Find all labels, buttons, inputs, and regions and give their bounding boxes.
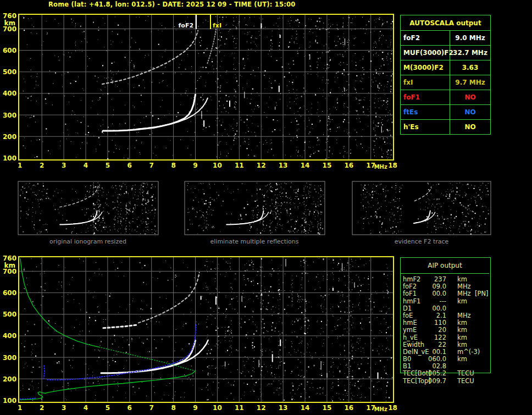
x-tick-label: 18 — [388, 162, 397, 169]
aip-row-value: 110 — [420, 319, 446, 327]
autoscala-row: fxI9.7 MHz — [401, 75, 490, 90]
thumbnail-2 — [185, 181, 325, 235]
aip-row-value: 005.2 — [420, 369, 446, 377]
y-axis-unit: km — [4, 19, 15, 27]
grid-lines — [19, 257, 393, 402]
aip-row: foE2.1MHz — [400, 312, 490, 319]
aip-row-unit: MHz — [457, 283, 471, 290]
x-tick-label: 1 — [18, 162, 22, 169]
autoscala-row-value: NO — [450, 90, 490, 104]
x-tick-label: 11 — [235, 404, 244, 412]
x-tick-label: 12 — [257, 162, 266, 169]
y-axis-unit: km — [4, 262, 15, 269]
x-tick-label: 11 — [235, 162, 244, 169]
autoscala-row-label: fxI — [401, 75, 450, 90]
thumbnail-border — [185, 181, 325, 235]
aip-row-value: 2.1 — [420, 312, 446, 319]
x-tick-label: 10 — [213, 162, 222, 169]
aip-row: D100.0 — [400, 305, 490, 312]
aip-row-value: 02.8 — [420, 362, 446, 370]
x-tick-label: 2 — [40, 162, 44, 169]
aip-row-unit: TECU — [457, 369, 474, 377]
x-axis-unit: MHz — [374, 164, 387, 170]
aip-table-rows: hmF2237kmfoF209.0MHzfoF100.0MHz[PN]hmF1-… — [400, 275, 490, 384]
y-tick-label: 500 — [3, 68, 16, 76]
aip-row-unit: km — [457, 297, 467, 305]
autoscala-row: ftEsNO — [401, 104, 490, 119]
noise-speckle — [22, 16, 394, 159]
x-tick-label: 5 — [106, 162, 110, 169]
aip-row-unit: km — [457, 326, 467, 334]
y-tick-label: 300 — [3, 354, 16, 362]
aip-row-value: 122 — [420, 334, 446, 341]
aip-row: TEC[Bot]005.2TECU — [400, 369, 490, 377]
x-tick-label: 10 — [213, 404, 222, 412]
x-tick-label: 14 — [301, 162, 310, 169]
x-tick-label: 9 — [193, 404, 197, 412]
autoscala-row-value: NO — [450, 120, 490, 134]
aip-row-label: h_vE — [403, 334, 418, 341]
trace-second-hop-x — [207, 27, 216, 63]
autoscala-row-label: foF2 — [401, 31, 450, 45]
trace-f2-ordinary — [103, 95, 195, 131]
aip-row: ymE20km — [400, 326, 490, 333]
thumbnail-3 — [352, 181, 491, 235]
aip-row-unit: TECU — [457, 377, 474, 385]
y-tick-label: 760 — [3, 254, 16, 262]
trace-second-hop — [102, 31, 198, 85]
x-tick-label: 16 — [344, 162, 353, 169]
aip-row-label: D1 — [403, 305, 412, 312]
thumbnail-caption-evidence: evidence F2 trace — [352, 238, 491, 245]
aip-row-unit: km — [457, 319, 467, 327]
aip-row: hmE110km — [400, 319, 490, 326]
aip-row-label: ymE — [403, 326, 417, 334]
aip-row-unit: m^(-3) — [457, 348, 480, 356]
x-tick-label: 3 — [62, 162, 66, 169]
aip-row-label: hmF2 — [403, 275, 420, 283]
y-tick-label: 600 — [3, 289, 16, 297]
aip-row-value: 00.0 — [420, 290, 446, 297]
y-tick-label: 100 — [3, 154, 16, 162]
y-tick-label: 400 — [3, 90, 16, 97]
aip-row-value: --- — [420, 297, 446, 305]
autoscala-row: foF29.0 MHz — [401, 30, 490, 45]
aip-row: B0060.0km — [400, 355, 490, 362]
thumbnail-caption-eliminate: eliminate multiple reflections — [185, 238, 324, 245]
plot-border — [19, 14, 394, 160]
ionogram-traces — [102, 27, 217, 131]
x-tick-label: 13 — [279, 162, 288, 169]
aip-row: h_vE122km — [400, 334, 490, 341]
y-tick-label: 400 — [3, 332, 16, 340]
autoscala-row-label: foF1 — [401, 90, 450, 104]
trace-f2-ordinary-echo — [101, 341, 196, 373]
aip-row-unit: km — [457, 341, 467, 348]
aip-row-label: foF2 — [403, 283, 417, 290]
x-tick-label: 7 — [149, 404, 154, 412]
y-tick-label: 760 — [3, 12, 16, 20]
aip-row-label: foF1 — [403, 290, 417, 297]
aip-row: hmF1---km — [400, 297, 490, 305]
x-tick-label: 4 — [84, 162, 88, 169]
x-tick-label: 15 — [323, 404, 332, 412]
autoscala-output-screen: { "title": "Rome (lat: +41.8, lon: 012.5… — [0, 0, 532, 415]
marker-label-fxI: fxI — [213, 22, 221, 29]
trace-profile-topside-dotted — [99, 347, 196, 371]
autoscala-row: MUF(3000)F232.7 MHz — [401, 45, 490, 60]
page-title: Rome (lat: +41.8, lon: 012.5) - DATE: 20… — [48, 1, 295, 8]
x-tick-label: 13 — [279, 404, 288, 412]
aip-row-unit: MHz — [457, 290, 471, 297]
x-axis-unit: MHz — [374, 406, 387, 412]
aip-row-unit: km — [457, 275, 467, 283]
aip-row: B102.8 — [400, 362, 490, 369]
autoscala-output-table: AUTOSCALA output foF29.0 MHzMUF(3000)F23… — [400, 15, 491, 135]
aip-row-label: B1 — [403, 362, 411, 370]
trace-profile-topside — [20, 259, 99, 347]
aip-row-unit: km — [457, 355, 467, 363]
trace-second-hop-dotted — [138, 273, 199, 323]
x-tick-label: 1 — [18, 404, 22, 412]
autoscala-row-label: h'Es — [401, 120, 450, 134]
y-tick-label: 100 — [3, 397, 16, 405]
x-tick-label: 3 — [62, 404, 66, 412]
trace-f2-extraordinary-echo — [136, 340, 208, 372]
thumbnail-caption-original: original ionogram resized — [18, 238, 158, 245]
